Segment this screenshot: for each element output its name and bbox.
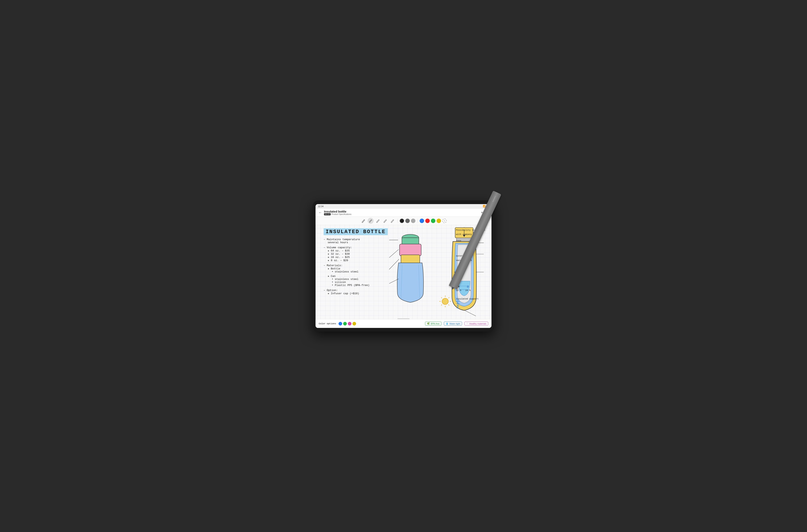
note-title: Insulated bottle bbox=[324, 210, 352, 213]
toolbar-divider-1 bbox=[397, 218, 398, 223]
svg-rect-3 bbox=[401, 255, 420, 263]
tag-water-label: Water-tight bbox=[450, 322, 460, 325]
drop-icon: 💧 bbox=[446, 322, 449, 325]
app-header: ← Insulated bottle EN-US Product Specifi… bbox=[316, 209, 491, 217]
time-cold-label: 24 h bbox=[465, 289, 470, 291]
time-cold: ❄️ 24 h bbox=[465, 284, 470, 291]
note-insulated-support: Insulated support bbox=[456, 298, 488, 300]
toolbar-divider-2 bbox=[417, 218, 418, 223]
svg-point-24 bbox=[442, 298, 448, 305]
color-yellow[interactable] bbox=[436, 218, 441, 223]
color-blue[interactable] bbox=[420, 218, 424, 223]
color-green[interactable] bbox=[431, 218, 435, 223]
tag-bpa-free[interactable]: 🌿 BPA-free bbox=[425, 322, 442, 325]
color-opt-blue[interactable] bbox=[339, 322, 342, 325]
svg-line-29 bbox=[441, 297, 442, 298]
color-opt-pink[interactable] bbox=[348, 322, 352, 325]
header-left: ← Insulated bottle EN-US Product Specifi… bbox=[318, 210, 352, 215]
color-opt-green[interactable] bbox=[343, 322, 347, 325]
svg-line-22 bbox=[465, 310, 476, 316]
svg-line-32 bbox=[448, 305, 449, 305]
note-subtitle: EN-US Product Specifications bbox=[324, 213, 352, 215]
tool-pen-4[interactable] bbox=[382, 218, 388, 224]
snowflake-icon: ❄️ bbox=[467, 285, 469, 289]
tag-water-tight[interactable]: 💧 Water-tight bbox=[444, 322, 462, 325]
time-indicators: ☀️ 12 h ❄️ 24 h bbox=[456, 284, 488, 291]
tool-pen-3[interactable] bbox=[375, 218, 381, 224]
tag-healthy-label: Healthy materials bbox=[469, 322, 486, 325]
tag-bpa-label: BPA-free bbox=[431, 322, 439, 325]
tool-pen-1[interactable] bbox=[360, 218, 367, 224]
color-red[interactable] bbox=[425, 218, 430, 223]
status-bar: 12:34 📶 🔋 bbox=[316, 204, 491, 209]
svg-rect-1 bbox=[402, 238, 419, 245]
tool-pen-2[interactable] bbox=[368, 218, 374, 224]
lang-badge: EN-US bbox=[324, 213, 331, 215]
bottom-bar: Color options 🌿 BPA-free 💧 Water-tight bbox=[316, 319, 491, 328]
heart-icon: ♡ bbox=[466, 322, 468, 325]
color-dark-gray[interactable] bbox=[405, 218, 410, 223]
svg-line-7 bbox=[389, 249, 399, 258]
time-hot-label: 12 h bbox=[456, 289, 461, 291]
tag-healthy-materials[interactable]: ♡ Healthy materials bbox=[465, 322, 488, 325]
status-time: 12:34 bbox=[318, 205, 324, 208]
svg-line-30 bbox=[448, 297, 449, 298]
color-black[interactable] bbox=[400, 218, 404, 223]
note-subtitle-text: Product Specifications bbox=[332, 213, 352, 215]
add-color-button[interactable]: + bbox=[442, 218, 447, 223]
pen-brand-label: Lenovo bbox=[492, 196, 496, 203]
main-content: INSULATED BOTTLE – Maintains temperature… bbox=[316, 225, 491, 328]
bottle-sketch-left bbox=[384, 227, 436, 312]
note-main-title: INSULATED BOTTLE bbox=[324, 228, 388, 235]
svg-line-31 bbox=[441, 305, 442, 305]
color-options-label: Color options bbox=[319, 322, 336, 325]
leaf-icon: 🌿 bbox=[427, 322, 430, 325]
note-info: Insulated bottle EN-US Product Specifica… bbox=[324, 210, 352, 215]
drawing-toolbar: + bbox=[316, 217, 491, 225]
color-light-gray[interactable] bbox=[411, 218, 415, 223]
color-opt-yellow[interactable] bbox=[353, 322, 356, 325]
back-button[interactable]: ← bbox=[318, 211, 322, 215]
tablet-device: Lenovo 12:34 📶 🔋 ← Insulated bottle EN-U… bbox=[313, 201, 494, 331]
svg-rect-2 bbox=[399, 244, 421, 256]
tool-pen-5[interactable] bbox=[389, 218, 395, 224]
svg-line-8 bbox=[389, 259, 399, 269]
color-options-dots bbox=[339, 322, 356, 325]
